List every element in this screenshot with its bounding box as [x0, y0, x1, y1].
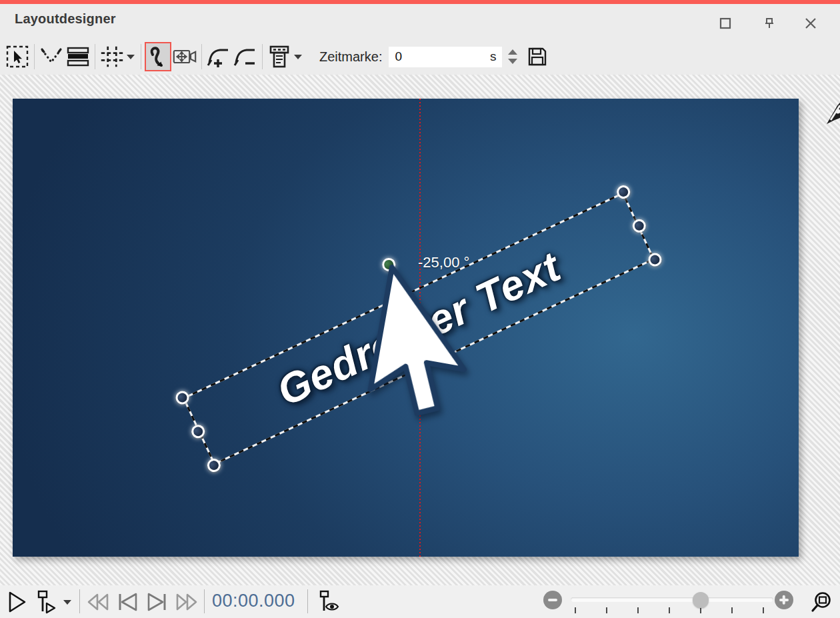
pen-icon [825, 93, 840, 125]
zoom-tick [575, 607, 576, 613]
grid-dropdown-caret[interactable] [127, 55, 135, 59]
remove-curve-point-button[interactable] [232, 42, 259, 71]
layout-canvas[interactable]: Gedrehter Text -25,00 ° [13, 99, 799, 557]
close-button[interactable] [797, 12, 824, 35]
maximize-button[interactable] [712, 12, 739, 35]
zoom-tick [763, 607, 764, 613]
playback-bar: 00:00.000 [0, 585, 840, 618]
zoom-tick [606, 607, 607, 613]
timecode-display: 00:00.000 [212, 591, 295, 611]
preview-at-timemark-button[interactable] [315, 589, 341, 615]
zeitmarke-unit: s [490, 49, 497, 64]
zoom-in-button[interactable] [775, 591, 793, 609]
toolbar-separator [262, 44, 263, 69]
object-list-tool-button[interactable] [266, 42, 293, 71]
skip-start-icon [116, 593, 139, 611]
save-floppy-icon [527, 46, 548, 67]
zoom-slider-thumb[interactable] [693, 592, 709, 608]
rewind-icon [87, 593, 109, 611]
layers-tool-button[interactable] [65, 42, 91, 71]
minus-icon [548, 599, 557, 601]
grid-tool-button[interactable] [99, 42, 125, 71]
object-list-dropdown-caret[interactable] [294, 55, 302, 59]
dotted-chevron-icon [40, 46, 63, 67]
fast-forward-icon [175, 593, 198, 611]
zoom-fit-button[interactable] [808, 589, 835, 615]
motion-path-tool-button[interactable] [145, 42, 171, 71]
layers-icon [66, 45, 90, 68]
toolbar: Zeitmarke: s [0, 39, 840, 75]
zeitmarke-field: s [389, 47, 502, 67]
playback-separator [79, 589, 80, 613]
timemark-play-icon [35, 590, 57, 614]
zoom-out-button[interactable] [543, 591, 562, 609]
zoom-tick [700, 607, 701, 613]
curve-minus-icon [233, 45, 257, 68]
caret-down-icon [63, 600, 71, 605]
object-list-icon [268, 45, 291, 69]
skip-to-end-button[interactable] [145, 591, 170, 613]
window-title: Layoutdesigner [15, 11, 116, 27]
curve-plus-icon [207, 45, 231, 68]
playback-separator [307, 589, 308, 613]
select-tool-button[interactable] [4, 42, 31, 71]
grid-icon [100, 44, 124, 69]
close-icon [804, 17, 817, 30]
plus-icon-v [783, 595, 785, 605]
zoom-slider-track[interactable] [571, 597, 773, 602]
toolbar-separator [95, 44, 95, 69]
play-icon [7, 591, 27, 613]
workspace: Gedrehter Text -25,00 ° [0, 75, 840, 585]
zeitmarke-label: Zeitmarke: [319, 49, 382, 65]
toolbar-separator [141, 44, 141, 69]
fast-forward-button[interactable] [174, 591, 199, 613]
play-button[interactable] [5, 589, 29, 615]
mouse-cursor-graphic [359, 259, 485, 434]
zoom-tick [669, 607, 670, 613]
maximize-icon [719, 17, 731, 29]
zoom-fit-icon [810, 591, 833, 613]
zeitmarke-input[interactable] [395, 49, 490, 64]
titlebar: Layoutdesigner [0, 4, 840, 39]
arrow-cursor-icon [359, 259, 485, 434]
save-button[interactable] [524, 42, 551, 71]
play-from-timemark-button[interactable] [33, 589, 59, 615]
add-curve-point-button[interactable] [205, 42, 232, 71]
timemark-eye-icon [316, 590, 340, 614]
pin-icon [763, 17, 776, 30]
toolbar-separator [201, 44, 202, 69]
select-cursor-icon [6, 45, 29, 68]
camera-pan-icon [173, 47, 197, 67]
layoutdesigner-window: Layoutdesigner [0, 0, 840, 618]
play-options-caret[interactable] [61, 596, 73, 608]
spinner-down-button[interactable] [508, 59, 517, 64]
skip-end-icon [146, 593, 169, 611]
toolbar-separator [34, 44, 35, 69]
zeitmarke-spinner [508, 49, 517, 64]
smoothing-tool-button[interactable] [38, 42, 65, 71]
zoom-tick [637, 607, 639, 613]
motion-path-icon [147, 45, 169, 69]
rewind-button[interactable] [85, 591, 111, 613]
playback-separator [204, 589, 205, 613]
camera-pan-tool-button[interactable] [171, 42, 198, 71]
skip-to-start-button[interactable] [115, 591, 140, 613]
spinner-up-button[interactable] [508, 49, 517, 55]
pin-button[interactable] [756, 12, 783, 35]
zoom-tick [731, 607, 733, 613]
